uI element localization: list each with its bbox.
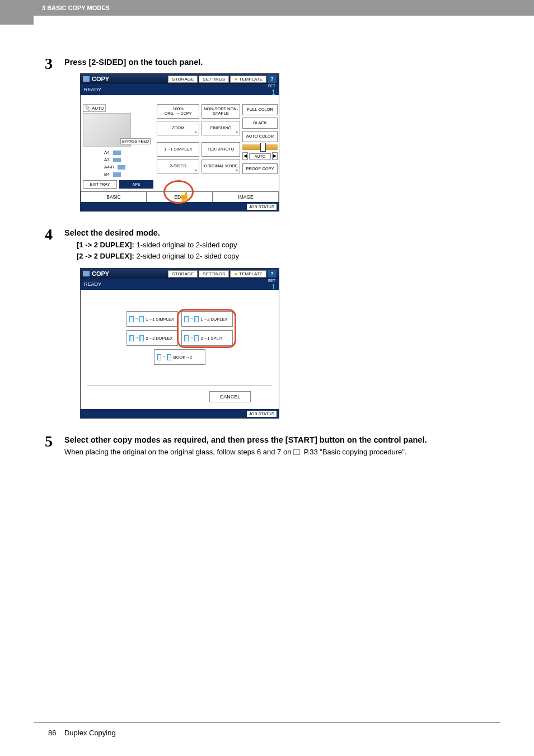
bypass-feed-button[interactable]: BYPASS FEED (120, 138, 151, 144)
titlebar: COPY STORAGE SETTINGS TEMPLATE ? (81, 269, 279, 279)
paper-a3[interactable]: A3 (83, 156, 153, 163)
help-button[interactable]: ? (268, 75, 277, 83)
set-count: 1 (271, 88, 275, 96)
step-title: Select the desired mode. (64, 228, 489, 237)
ready-label: READY (84, 281, 101, 287)
textphoto-button[interactable]: TEXT/PHOTO (202, 142, 240, 157)
duplex-1-2[interactable]: → 1→2 DUPLEX (181, 311, 233, 327)
step-description: When placing the original on the origina… (64, 447, 489, 458)
ready-label: READY (84, 87, 101, 92)
duplex-options: → 1→1 SIMPLEX → 1→2 DUPLEX → 2→2 D (81, 297, 279, 375)
proof-copy-button[interactable]: PROOF COPY (242, 163, 278, 174)
touch-panel-basic: COPY STORAGE SETTINGS TEMPLATE ? READY S… (80, 73, 279, 212)
app-title: COPY (92, 76, 109, 82)
cancel-button[interactable]: CANCEL (209, 391, 251, 402)
panel-main: AUTO BYPASS FEED A4 A3 A4-R B4 (81, 102, 279, 191)
tab-basic[interactable]: BASIC (81, 191, 147, 202)
density-left[interactable]: ◀ (242, 152, 248, 160)
step-4: 4 Select the desired mode. [1 -> 2 DUPLE… (45, 228, 489, 419)
two-sided-button[interactable]: 2-SIDED▸ (157, 159, 199, 173)
desc-1-text: 1-sided original to 2-sided copy (134, 241, 237, 249)
footer-section: Duplex Copying (64, 729, 116, 737)
titlebar: COPY STORAGE SETTINGS TEMPLATE ? (81, 74, 279, 84)
status-bar: READY SET 1 (81, 84, 279, 95)
book-icon (293, 449, 300, 455)
step-number: 5 (45, 434, 64, 458)
bottom-bar: JOB STATUS (81, 202, 279, 211)
exit-tray-button[interactable]: EXIT TRAY (83, 180, 117, 189)
side-strip (0, 16, 34, 25)
ratio-button[interactable]: 100% ORG. → COPY (157, 104, 199, 119)
settings-button[interactable]: SETTINGS (199, 76, 229, 83)
black-button[interactable]: BLACK (242, 118, 278, 129)
touch-panel-duplex: COPY STORAGE SETTINGS TEMPLATE ? READY S… (80, 268, 279, 419)
copy-icon (83, 271, 90, 276)
bottom-bar: JOB STATUS (81, 409, 279, 418)
storage-button[interactable]: STORAGE (168, 270, 198, 278)
footer-rule (34, 722, 500, 722)
step5-text-b: P.33 "Basic copying procedure". (304, 448, 407, 456)
divider (87, 385, 272, 386)
desc-2-text: 2-sided original to 2- sided copy (134, 252, 239, 260)
step-5: 5 Select other copy modes as required, a… (45, 435, 489, 458)
step-number: 3 (45, 56, 64, 212)
simplex-button[interactable]: 1→1 SIMPLEX (157, 142, 199, 157)
nonsort-button[interactable]: NON-SORT NON-STAPLE (202, 104, 240, 119)
step-title: Press [2-SIDED] on the touch panel. (64, 58, 489, 67)
help-button[interactable]: ? (268, 270, 277, 278)
job-status-button[interactable]: JOB STATUS (247, 411, 277, 417)
header-text: 3 BASIC COPY MODES (42, 4, 110, 11)
app-title: COPY (92, 270, 109, 277)
aps-button[interactable]: APS (119, 180, 153, 189)
auto-density-button[interactable]: AUTO (249, 153, 271, 159)
page-header: 3 BASIC COPY MODES (0, 0, 534, 16)
step-3: 3 Press [2-SIDED] on the touch panel. CO… (45, 58, 489, 212)
tray-illustration: BYPASS FEED (83, 113, 131, 147)
step5-text-a: When placing the original on the origina… (64, 448, 293, 456)
density-right[interactable]: ▶ (272, 152, 278, 160)
desc-2-label: [2 -> 2 DUPLEX]: (77, 252, 134, 260)
auto-color-button[interactable]: AUTO COLOR (242, 131, 278, 142)
paper-list: A4 A3 A4-R B4 (83, 149, 153, 178)
duplex-2-1-split[interactable]: → 2→1 SPLIT (181, 330, 233, 346)
page-number: 86 (48, 729, 56, 737)
storage-button[interactable]: STORAGE (168, 76, 198, 83)
status-bar: READY SET 1 (81, 279, 279, 290)
duplex-1-1-simplex[interactable]: → 1→1 SIMPLEX (127, 311, 178, 327)
density-slider[interactable] (242, 144, 278, 150)
template-button[interactable]: TEMPLATE (230, 270, 266, 278)
job-status-button[interactable]: JOB STATUS (247, 204, 277, 210)
page-footer: 86 Duplex Copying (48, 729, 116, 737)
set-count: 1 (271, 283, 275, 291)
step-number: 4 (45, 227, 64, 419)
page-content: 3 Press [2-SIDED] on the touch panel. CO… (0, 16, 534, 458)
settings-button[interactable]: SETTINGS (199, 270, 229, 278)
pointer-icon: ☝ (178, 190, 190, 203)
paper-b4[interactable]: B4 (83, 171, 153, 178)
duplex-book-2[interactable]: → BOOK→2 (154, 349, 205, 365)
step-description: [1 -> 2 DUPLEX]: 1-sided original to 2-s… (77, 240, 489, 261)
auto-tag[interactable]: AUTO (83, 104, 106, 112)
finishing-button[interactable]: FINISHING▸ (202, 121, 240, 135)
set-label: SET (268, 279, 275, 283)
set-label: SET (268, 84, 275, 88)
paper-a4r[interactable]: A4-R (83, 163, 153, 171)
paper-a4[interactable]: A4 (83, 149, 153, 156)
full-color-button[interactable]: FULL COLOR (242, 104, 278, 115)
zoom-button[interactable]: ZOOM▸ (157, 121, 199, 135)
original-mode-button[interactable]: ORIGINAL MODE▸ (202, 159, 240, 173)
copy-icon (83, 76, 90, 82)
template-button[interactable]: TEMPLATE (230, 76, 266, 83)
desc-1-label: [1 -> 2 DUPLEX]: (77, 241, 134, 249)
step-title: Select other copy modes as required, and… (64, 435, 489, 444)
duplex-2-2[interactable]: → 2→2 DUPLEX (127, 330, 178, 346)
tab-image[interactable]: IMAGE (213, 191, 279, 202)
